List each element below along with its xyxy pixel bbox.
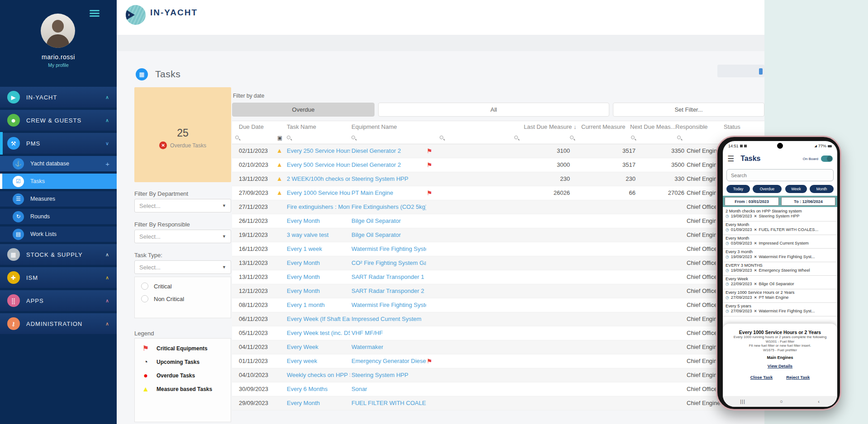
close-task-link[interactable]: Close Task <box>750 375 773 380</box>
equipment-name-link[interactable]: Steering System HPP <box>351 175 408 182</box>
equipment-name-link[interactable]: Bilge Oil Separator <box>351 217 401 224</box>
equipment-name-link[interactable]: Watermist Fire Fighting System <box>351 245 426 252</box>
set-filter-button[interactable]: Set Filter... <box>613 103 764 117</box>
equipment-name-link[interactable]: VHF MF/HF <box>351 330 383 336</box>
equipment-name-link[interactable]: Fire Extinguishers (CO2 5kg) <box>351 203 426 210</box>
sidebar-item[interactable]: ☑ Tasks <box>0 174 117 189</box>
task-name-link[interactable]: Every 1 week <box>287 245 322 252</box>
sidebar-item[interactable]: ▶ IN-YACHT ∧ <box>0 87 117 108</box>
all-filter-button[interactable]: All <box>378 103 609 117</box>
sidebar-item[interactable]: ⚓ Yacht database + <box>0 156 117 171</box>
equipment-name-link[interactable]: Sonar <box>351 386 367 392</box>
task-row[interactable]: 02/10/2023 ▲ Every 500 Service Hours or … <box>232 158 764 172</box>
task-row[interactable]: 04/10/2023 ▲ Weekly checks on HPP Steari… <box>232 368 764 382</box>
task-name-link[interactable]: Every Month <box>287 217 320 224</box>
chevron-icon[interactable]: ∧ <box>105 275 109 281</box>
phone-search-input[interactable] <box>726 169 834 181</box>
equipment-name-link[interactable]: Diesel Generator 2 <box>351 147 401 154</box>
task-row[interactable]: 27/09/2023 ▲ Every 1000 Service Hours or… <box>232 186 764 200</box>
task-name-link[interactable]: Weekly checks on HPP Stearin... <box>287 372 350 378</box>
task-name-link[interactable]: Every Month <box>287 287 320 294</box>
task-name-link[interactable]: Every 1000 Service Hours or 2 ... <box>287 189 350 196</box>
task-name-link[interactable]: 3 way valve test <box>287 231 329 238</box>
phone-task-item[interactable]: Every 5 years ◷ 27/09/2023 ✕ Watermist F… <box>723 303 837 316</box>
search-icon[interactable] <box>514 136 518 139</box>
reject-task-link[interactable]: Reject Task <box>786 375 810 380</box>
task-row[interactable]: 02/11/2023 ▲ Every 250 Service Hours or … <box>232 144 764 158</box>
phone-today-button[interactable]: Today <box>726 185 750 193</box>
search-icon[interactable] <box>631 136 635 139</box>
phone-overdue-button[interactable]: Overdue <box>753 185 782 193</box>
col-task-name[interactable]: Task Name <box>287 123 316 130</box>
avatar[interactable] <box>41 14 75 48</box>
task-row[interactable]: 16/11/2023 ▲ Every 1 week Watermist Fire… <box>232 242 764 256</box>
chevron-icon[interactable]: ∧ <box>105 298 109 304</box>
phone-month-button[interactable]: Month <box>810 185 834 193</box>
task-row[interactable]: 30/09/2023 ▲ Every 6 Months Sonar ⚑ Chie… <box>232 382 764 396</box>
col-responsible[interactable]: Responsible <box>675 123 708 130</box>
equipment-name-link[interactable]: Emergency Generator Diesel <box>351 358 426 364</box>
task-name-link[interactable]: Every week <box>287 358 317 364</box>
sidebar-item[interactable]: ⚒ PMS ∨ <box>0 133 117 154</box>
task-row[interactable]: 29/09/2023 ▲ Every Month FUEL FILTER WIT… <box>232 396 764 410</box>
task-row[interactable]: 13/11/2023 ▲ Every Month SART Radar Tran… <box>232 270 764 284</box>
task-name-link[interactable]: Every Week (If Shaft Earthing I... <box>287 316 350 322</box>
task-row[interactable]: 19/11/2023 ▲ 3 way valve test Bilge Oil … <box>232 228 764 242</box>
task-type-select[interactable]: Select...▼ <box>134 260 231 274</box>
col-next-due[interactable]: Next Due Meas... <box>630 123 675 130</box>
task-name-link[interactable]: Every 6 Months <box>287 386 327 392</box>
phone-hamburger-icon[interactable]: ☰ <box>727 154 734 164</box>
task-name-link[interactable]: Every Month <box>287 259 320 266</box>
search-icon[interactable] <box>570 136 574 139</box>
task-row[interactable]: 06/11/2023 ▲ Every Week (If Shaft Earthi… <box>232 312 764 326</box>
overdue-filter-button[interactable]: Overdue <box>232 103 375 117</box>
back-icon[interactable]: ‹ <box>818 399 820 404</box>
search-icon[interactable] <box>235 136 239 139</box>
col-last-due[interactable]: Last Due Measure <box>524 123 572 130</box>
date-to-field[interactable]: To : 12/06/2024 <box>781 197 835 206</box>
task-name-link[interactable]: Every Week <box>287 344 318 350</box>
task-name-link[interactable]: Fire extinguishers : Monthly c... <box>287 203 350 210</box>
search-icon[interactable] <box>440 136 443 139</box>
sidebar-item[interactable]: ⣿ APPS ∧ <box>0 290 117 311</box>
critical-radio[interactable] <box>141 283 148 290</box>
search-icon[interactable] <box>677 136 681 139</box>
recent-apps-icon[interactable]: ||| <box>740 399 745 404</box>
non-critical-radio[interactable] <box>141 295 148 302</box>
responsible-select[interactable]: Select...▼ <box>134 230 231 243</box>
task-row[interactable]: 04/11/2023 ▲ Every Week Watermaker ⚑ Chi… <box>232 340 764 354</box>
phone-task-item[interactable]: EVERY 3 MONTHS ◷ 19/09/2023 ✕ Emergency … <box>723 262 837 276</box>
chevron-icon[interactable]: ∧ <box>105 94 109 100</box>
sidebar-item[interactable]: ▦ STOCK & SUPPLY ∧ <box>0 244 117 265</box>
equipment-name-link[interactable]: Impressed Current System <box>351 316 422 322</box>
task-row[interactable]: 05/11/2023 ▲ Every Week test (inc. DSC T… <box>232 326 764 340</box>
equipment-name-link[interactable]: Bilge Oil Separator <box>351 231 401 238</box>
task-name-link[interactable]: Every Week test (inc. DSC Test ... <box>287 330 350 336</box>
phone-task-item[interactable]: 2 Month checks on HPP Stearing system ◷ … <box>723 208 837 221</box>
sort-arrow-icon[interactable]: ↓ <box>574 123 577 130</box>
sidebar-item[interactable]: ☰ Measures <box>0 191 117 207</box>
task-name-link[interactable]: Every 250 Service Hours or 1 Y... <box>287 147 350 154</box>
col-status[interactable]: Status <box>724 123 740 130</box>
task-name-link[interactable]: Every Month <box>287 273 320 280</box>
partially-hidden-button[interactable] <box>717 65 764 77</box>
task-row[interactable]: 13/11/2023 ▲ 2 WEEK/100h checks on HPP S… <box>232 172 764 186</box>
task-name-link[interactable]: Every Month <box>287 400 320 406</box>
col-equipment-name[interactable]: Equipment Name <box>351 123 397 130</box>
phone-task-item[interactable]: Every 3 month ◷ 19/09/2023 ✕ Watermist F… <box>723 249 837 262</box>
task-row[interactable]: 27/11/2023 ▲ Fire extinguishers : Monthl… <box>232 200 764 214</box>
task-row[interactable]: 13/11/2023 ▲ Every Month CO² Fire Fighti… <box>232 256 764 270</box>
equipment-name-link[interactable]: Watermist Fire Fighting System <box>351 302 426 308</box>
calendar-icon[interactable]: ▣ <box>277 135 282 141</box>
chevron-icon[interactable]: ∧ <box>105 252 109 258</box>
plus-icon[interactable]: + <box>105 160 109 168</box>
hamburger-menu-icon[interactable] <box>90 10 100 17</box>
date-from-field[interactable]: From : 03/01/2023 <box>725 197 779 206</box>
col-current[interactable]: Current Measure <box>581 123 626 130</box>
task-row[interactable]: 08/11/2023 ▲ Every 1 month Watermist Fir… <box>232 298 764 312</box>
on-board-toggle[interactable] <box>821 155 833 162</box>
task-row[interactable]: 01/11/2023 ▲ Every week Emergency Genera… <box>232 354 764 368</box>
phone-task-item[interactable]: Every Week ◷ 22/09/2023 ✕ Bilge Oil Sepa… <box>723 276 837 289</box>
task-row[interactable]: 26/11/2023 ▲ Every Month Bilge Oil Separ… <box>232 214 764 228</box>
equipment-name-link[interactable]: PT Main Engine <box>351 189 393 196</box>
